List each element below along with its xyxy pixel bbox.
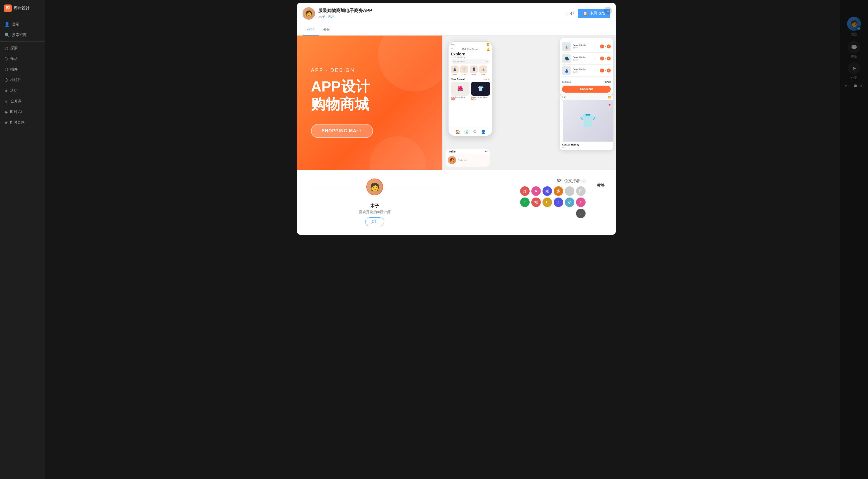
author-follow-button[interactable]: 关注 bbox=[365, 217, 384, 226]
supporters-title: 621 位支持者 ? bbox=[557, 179, 586, 183]
profile-header: Profile ⋯ bbox=[445, 149, 490, 154]
qty-minus-3[interactable]: - bbox=[600, 68, 604, 72]
logo[interactable]: 即 即时设计 bbox=[0, 0, 45, 17]
sidebar-label-explore: 探索 bbox=[10, 46, 18, 51]
phone-search-bar[interactable]: Search Items... ⊞ bbox=[451, 59, 490, 64]
supporter-avatar[interactable]: 道 bbox=[542, 186, 552, 196]
sidebar-label-inspiration: 即时灵感 bbox=[10, 120, 25, 125]
supporters-block: 621 位支持者 ? 打R道多白T堆LJ小T↓ bbox=[453, 179, 586, 218]
heart-favorite-icon[interactable]: ♥ bbox=[609, 102, 611, 107]
supporter-avatar[interactable]: 堆 bbox=[531, 198, 541, 207]
phone-explore-title: Explore bbox=[451, 52, 490, 56]
qty-plus-1[interactable]: + bbox=[607, 44, 611, 49]
cart-item-3-qty: - 2 + bbox=[600, 68, 611, 72]
sidebar-item-widgets[interactable]: ⬡ 小组件 bbox=[0, 75, 45, 85]
inspiration-icon: ◈ bbox=[4, 120, 8, 125]
logo-icon: 即 bbox=[4, 4, 12, 12]
product-2-image: 👕 bbox=[471, 82, 490, 96]
profile-avatar: 🧑 bbox=[448, 156, 456, 164]
nav-search-label: 搜索资源 bbox=[12, 32, 27, 37]
qty-minus-2[interactable]: - bbox=[600, 57, 604, 60]
modal-close-button[interactable]: × bbox=[604, 7, 612, 14]
detail-prev-arrow[interactable]: ‹ bbox=[560, 100, 563, 142]
modal-follow-button[interactable]: 关注 bbox=[328, 14, 335, 19]
cart-subtotal: Subtotal $740 bbox=[560, 79, 613, 85]
sidebar-item-ai[interactable]: ◈ 即时 AI bbox=[0, 107, 45, 117]
supporter-avatar[interactable]: T bbox=[576, 198, 586, 207]
product-detail-price: --- bbox=[562, 146, 611, 149]
phone-product-row: 🌺 Long Sleeve Shirts $165 👕 Casual Henle… bbox=[451, 82, 490, 100]
category-pants[interactable]: 👖 Pants bbox=[470, 65, 477, 76]
cart-item-2-price: $225 bbox=[573, 58, 598, 61]
cart-item-2-info: Casual Nelto $225 bbox=[573, 56, 598, 61]
nav-login[interactable]: 👤 登录 bbox=[0, 19, 45, 30]
supporter-avatar[interactable]: T bbox=[520, 198, 530, 207]
phone-explore: 9:41 📶 ☰ 15/2 New Texas 🔔 Explore best O… bbox=[448, 41, 493, 136]
modal-header: 🧑 服装购物商城电子商务APP 木子 关注 ♡ 47 📋 bbox=[297, 3, 616, 24]
product-2[interactable]: 👕 Casual Henley Shirts $271 bbox=[471, 82, 490, 100]
supporter-avatar[interactable]: 小 bbox=[565, 198, 575, 207]
sidebar-label-widgets: 小组件 bbox=[10, 78, 21, 83]
sidebar-item-works[interactable]: ⬡ 作品 bbox=[0, 54, 45, 64]
detail-phone-status: 9:41 📶 bbox=[560, 94, 613, 100]
new-arrival-title: New Arrival bbox=[451, 78, 464, 81]
modal-title-block: 服装购物商城电子商务APP 木子 关注 bbox=[318, 8, 565, 19]
category-dress[interactable]: 👗 Dress bbox=[451, 65, 459, 76]
tags-title: 标签 bbox=[597, 183, 604, 188]
supporter-avatar[interactable]: J bbox=[554, 198, 563, 207]
banner-title2: 购物商城 bbox=[311, 95, 369, 113]
home-nav-icon[interactable]: 🏠 bbox=[455, 129, 460, 134]
search-icon-phone: 🔔 bbox=[487, 48, 490, 51]
supporter-avatar[interactable]: 白 bbox=[576, 186, 586, 196]
category-tshirt[interactable]: 👔 Tshirt bbox=[479, 65, 487, 76]
like-number: 47 bbox=[570, 11, 575, 16]
detail-signal: 📶 bbox=[608, 96, 611, 98]
phone-profile: Profile ⋯ 🧑 Profile info bbox=[445, 149, 490, 167]
supporters-grid: 打R道多白T堆LJ小T↓ bbox=[519, 186, 586, 218]
left-divider bbox=[308, 188, 366, 188]
profile-nav-icon[interactable]: 👤 bbox=[481, 129, 486, 134]
subtotal-value: $740 bbox=[605, 81, 611, 83]
tab-intro[interactable]: 介绍 bbox=[319, 24, 335, 35]
product-1[interactable]: 🌺 Long Sleeve Shirts $165 bbox=[451, 82, 469, 100]
supporter-avatar[interactable] bbox=[565, 186, 575, 196]
search-placeholder: Search Items... bbox=[453, 61, 466, 63]
cart-item-2-image: 🧥 bbox=[562, 54, 571, 63]
sidebar-item-plugins[interactable]: ⬡ 插件 bbox=[0, 64, 45, 75]
avatar-image: 🧑 bbox=[303, 7, 315, 20]
profile-menu-icon[interactable]: ⋯ bbox=[485, 150, 488, 153]
phone-explore-subtitle: best Outfits for you bbox=[451, 56, 490, 58]
supporter-avatar[interactable]: 多 bbox=[554, 186, 563, 196]
checkout-button[interactable]: Checkout bbox=[562, 86, 611, 93]
sidebar-item-events[interactable]: ◈ 活动 bbox=[0, 85, 45, 96]
phone-time: 9:41 bbox=[451, 43, 456, 46]
supporter-avatar[interactable]: L bbox=[542, 198, 552, 207]
qty-plus-2[interactable]: + bbox=[607, 57, 611, 60]
banner-cta-button[interactable]: SHOPPING MALL bbox=[311, 124, 373, 138]
modal-backdrop[interactable]: × 🧑 服装购物商城电子商务APP 木子 关注 ♡ 47 bbox=[45, 0, 868, 479]
cart-item-1-info: Casual Shirts $145 bbox=[573, 44, 598, 49]
phone-content: ☰ 15/2 New Texas 🔔 Explore best Outfits … bbox=[448, 47, 492, 101]
supporter-avatar[interactable]: ↓ bbox=[576, 209, 586, 218]
like-count[interactable]: ♡ 47 bbox=[565, 11, 575, 16]
banner-title1: APP设计 bbox=[311, 78, 370, 95]
tab-works[interactable]: 作品 bbox=[303, 24, 319, 35]
supporter-avatar[interactable]: 打 bbox=[520, 186, 530, 196]
supporter-avatar[interactable]: R bbox=[531, 186, 541, 196]
cart-item-2-name: Casual Nelto bbox=[573, 56, 598, 58]
category-shirt[interactable]: 👕 Shirt bbox=[460, 65, 468, 76]
cart-nav-icon[interactable]: 🛒 bbox=[464, 129, 469, 134]
modal-title: 服装购物商城电子商务APP bbox=[318, 8, 565, 14]
heart-nav-icon[interactable]: ♡ bbox=[473, 129, 477, 134]
product-detail-image: 👕 ♥ bbox=[563, 100, 613, 142]
sidebar-item-courses[interactable]: ◱ 公开课 bbox=[0, 96, 45, 107]
nav-search[interactable]: 🔍 搜索资源 bbox=[0, 30, 45, 40]
qty-plus-3[interactable]: + bbox=[607, 68, 611, 72]
product-1-image: 🌺 bbox=[451, 82, 469, 96]
see-all-link[interactable]: See All bbox=[484, 78, 490, 80]
sidebar-item-explore[interactable]: ◎ 探索 bbox=[0, 43, 45, 54]
sidebar-item-inspiration[interactable]: ◈ 即时灵感 bbox=[0, 117, 45, 128]
ai-icon: ◈ bbox=[4, 110, 8, 114]
product-2-price: $271 bbox=[471, 98, 490, 100]
qty-minus-1[interactable]: - bbox=[600, 44, 604, 49]
